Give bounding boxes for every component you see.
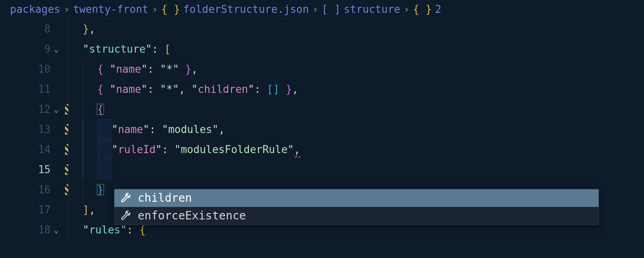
- breadcrumb-sep: ›: [152, 4, 158, 14]
- bracket-match: {: [97, 104, 104, 115]
- code-content: }: [97, 184, 104, 195]
- code-content: { "name": "*" },: [97, 64, 198, 74]
- breadcrumb-seg-structure[interactable]: structure: [344, 4, 400, 14]
- breadcrumb-seg-file[interactable]: folderStructure.json: [183, 4, 309, 14]
- code-line[interactable]: 12 ⌄ {: [0, 99, 644, 119]
- modified-gutter-icon: [65, 164, 68, 175]
- line-number: 9: [26, 44, 51, 54]
- breadcrumb-sep: ›: [63, 4, 70, 14]
- json-icon: { }: [161, 4, 180, 14]
- breadcrumb-sep: ›: [404, 4, 410, 14]
- code-line[interactable]: 11 { "name": "*", "children": [] },: [0, 79, 644, 99]
- line-number: 14: [26, 144, 51, 155]
- breadcrumb-seg-front[interactable]: twenty-front: [73, 4, 149, 14]
- bracket-match: }: [97, 184, 104, 195]
- line-number: 10: [26, 64, 51, 74]
- breadcrumb[interactable]: packages › twenty-front › { } folderStru…: [0, 0, 644, 19]
- suggest-item-enforce[interactable]: enforceExistence: [114, 207, 599, 225]
- array-icon: [ ]: [322, 4, 340, 14]
- line-number-current: 15: [26, 164, 51, 175]
- code-content: "structure": [: [83, 44, 171, 54]
- code-content: {: [97, 104, 104, 115]
- code-line[interactable]: 9 ⌄ "structure": [: [0, 39, 644, 59]
- suggest-label: enforceExistence: [138, 210, 246, 221]
- line-number: 17: [26, 205, 51, 215]
- error-squiggle-icon: ,: [294, 144, 300, 155]
- fold-chevron-down-icon[interactable]: ⌄: [51, 45, 62, 53]
- suggest-item-children[interactable]: children: [114, 189, 599, 207]
- code-line[interactable]: 15: [0, 160, 644, 180]
- wrench-icon: [120, 210, 131, 221]
- code-content: "ruleId": "modulesFolderRule",: [112, 144, 300, 155]
- code-content: },: [83, 24, 95, 34]
- fold-chevron-down-icon[interactable]: ⌄: [51, 105, 62, 114]
- code-line[interactable]: 10 { "name": "*" },: [0, 59, 644, 79]
- fold-chevron-down-icon[interactable]: ⌄: [51, 225, 62, 234]
- suggest-label: children: [138, 192, 192, 204]
- breadcrumb-sep: ›: [312, 4, 318, 14]
- code-content: ],: [83, 205, 95, 215]
- line-number: 12: [26, 104, 51, 115]
- modified-gutter-icon: [65, 184, 68, 195]
- line-number: 18: [26, 225, 51, 235]
- intellisense-popup[interactable]: children enforceExistence: [114, 189, 599, 225]
- line-number: 16: [26, 184, 51, 195]
- code-line[interactable]: 13 "name": "modules",: [0, 119, 644, 139]
- code-line[interactable]: 14 "ruleId": "modulesFolderRule",: [0, 139, 644, 160]
- code-content: "rules": {: [83, 225, 146, 235]
- object-icon: { }: [413, 4, 432, 14]
- modified-gutter-icon: [65, 144, 68, 155]
- modified-gutter-icon: [65, 104, 68, 115]
- line-number: 13: [26, 124, 51, 135]
- breadcrumb-seg-packages[interactable]: packages: [10, 4, 60, 14]
- code-content: "name": "modules",: [112, 124, 225, 135]
- wrench-icon: [120, 192, 131, 204]
- modified-gutter-icon: [65, 124, 68, 135]
- breadcrumb-seg-index[interactable]: 2: [435, 4, 442, 14]
- code-line[interactable]: 8 },: [0, 19, 644, 39]
- line-number: 8: [26, 24, 51, 34]
- line-number: 11: [26, 84, 51, 94]
- code-content: { "name": "*", "children": [] },: [97, 84, 298, 94]
